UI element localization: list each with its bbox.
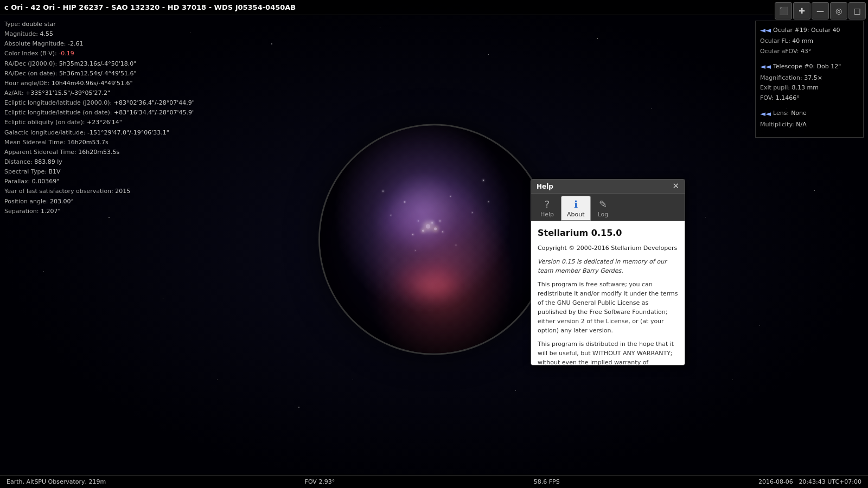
telescope-section: ◄◄ Telescope #0: Dob 12" Magnification: …	[760, 61, 859, 103]
title-bar: c Ori - 42 Ori - HIP 26237 - SAO 132320 …	[0, 0, 868, 15]
info-separation: Separation: 1.207"	[4, 207, 195, 216]
lens-name-row: ◄◄ Lens: None	[760, 108, 859, 120]
info-panel: Type: double star Magnitude: 4.55 Absolu…	[4, 20, 195, 216]
tab-about[interactable]: ℹ About	[561, 196, 591, 221]
exit-pupil-row: Exit pupil: 8.13 mm	[760, 83, 859, 93]
about-para1: This program is free software; you can r…	[538, 280, 678, 335]
info-spectral: Spectral Type: B1V	[4, 167, 195, 177]
telescope-name-row: ◄◄ Telescope #0: Dob 12"	[760, 61, 859, 73]
info-magnitude: Magnitude: 4.55	[4, 29, 195, 39]
info-parallax: Parallax: 0.00369"	[4, 177, 195, 187]
help-tab-icon: ?	[545, 198, 550, 210]
info-azalt: Az/Alt: +335°31'15.5"/-39°05'27.2"	[4, 88, 195, 98]
help-close-btn[interactable]: ✕	[672, 182, 679, 190]
status-fov: FOV 2.93°	[305, 478, 335, 485]
magnification-row: Magnification: 37.5×	[760, 73, 859, 84]
tab-log-label: Log	[598, 211, 609, 218]
help-tabs: ? Help ℹ About ✎ Log	[531, 194, 685, 221]
info-year-obs: Year of last satisfactory observation: 2…	[4, 187, 195, 196]
info-obliquity: Ecliptic obliquity (on date): +23°26'14"	[4, 118, 195, 127]
info-sidereal: Mean Sidereal Time: 16h20m53.7s	[4, 138, 195, 147]
info-distance: Distance: 883.89 ly	[4, 157, 195, 167]
info-abs-magnitude: Absolute Magnitude: -2.61	[4, 39, 195, 49]
lens-prev-btn[interactable]: ◄◄	[760, 108, 771, 120]
multiplicity-row: Multiplicity: N/A	[760, 120, 859, 130]
status-datetime: 2016-08-06 20:43:43 UTC+07:00	[758, 478, 861, 485]
tab-about-label: About	[567, 211, 585, 218]
status-bar: Earth, AltSPU Observatory, 219m FOV 2.93…	[0, 475, 868, 488]
ocular-panel: ◄◄ Ocular #19: Ocular 40 Ocular FL: 40 m…	[755, 21, 864, 138]
tab-help[interactable]: ? Help	[534, 196, 560, 221]
tab-log[interactable]: ✎ Log	[592, 196, 615, 221]
toolbar: ⬛ ✚ — ◎ □	[773, 0, 868, 22]
toolbar-btn-square[interactable]: ⬛	[775, 2, 792, 20]
ocular-fl-row: Ocular FL: 40 mm	[760, 36, 859, 47]
help-dialog-title: Help	[537, 183, 553, 190]
ocular-name: Ocular #19: Ocular 40	[773, 25, 840, 36]
fov-row: FOV: 1.1466°	[760, 93, 859, 104]
ocular-view	[320, 126, 548, 354]
ocular-name-row: ◄◄ Ocular #19: Ocular 40	[760, 24, 859, 36]
tab-help-label: Help	[540, 211, 554, 218]
telescope-prev-btn[interactable]: ◄◄	[760, 61, 771, 73]
about-copyright: Copyright © 2000-2016 Stellarium Develop…	[538, 243, 678, 253]
ocular-prev-btn[interactable]: ◄◄	[760, 24, 771, 36]
info-radec-date: RA/Dec (on date): 5h36m12.54s/-4°49'51.6…	[4, 69, 195, 79]
info-radec-j2000: RA/Dec (J2000.0): 5h35m23.16s/-4°50'18.0…	[4, 59, 195, 69]
object-title: c Ori - 42 Ori - HIP 26237 - SAO 132320 …	[4, 3, 296, 11]
help-dialog: Help ✕ ? Help ℹ About ✎ Log Stellarium 0…	[531, 179, 685, 365]
info-color-index: Color Index (B-V): -0.19	[4, 49, 195, 59]
about-para2: This program is distributed in the hope …	[538, 339, 678, 365]
log-tab-icon: ✎	[599, 198, 607, 210]
about-version-note: Version 0.15 is dedicated in memory of o…	[538, 257, 678, 275]
info-apparent-sidereal: Apparent Sidereal Time: 16h20m53.5s	[4, 147, 195, 157]
info-type: Type: double star	[4, 20, 195, 29]
ocular-afov-row: Ocular aFOV: 43°	[760, 47, 859, 57]
info-ecliptic-date: Ecliptic longitude/latitude (on date): +…	[4, 108, 195, 118]
about-tab-icon: ℹ	[574, 198, 578, 210]
ocular-section: ◄◄ Ocular #19: Ocular 40 Ocular FL: 40 m…	[760, 24, 859, 56]
toolbar-btn-minus[interactable]: —	[812, 2, 829, 20]
toolbar-btn-target[interactable]: ◎	[830, 2, 847, 20]
telescope-name: Telescope #0: Dob 12"	[773, 62, 841, 72]
info-galactic: Galactic longitude/latitude: -151°29'47.…	[4, 128, 195, 138]
status-location: Earth, AltSPU Observatory, 219m	[7, 478, 106, 485]
help-content[interactable]: Stellarium 0.15.0 Copyright © 2000-2016 …	[531, 221, 685, 365]
info-hour-angle: Hour angle/DE: 10h44m40.96s/-4°49'51.6"	[4, 79, 195, 88]
info-position-angle: Position angle: 203.00°	[4, 197, 195, 207]
toolbar-btn-plus[interactable]: ✚	[793, 2, 810, 20]
status-fps: 58.6 FPS	[534, 478, 560, 485]
toolbar-btn-window[interactable]: □	[848, 2, 866, 20]
lens-section: ◄◄ Lens: None Multiplicity: N/A	[760, 108, 859, 130]
about-heading: Stellarium 0.15.0	[538, 227, 678, 240]
help-title-bar: Help ✕	[531, 179, 685, 194]
info-ecliptic-j2000: Ecliptic longitude/latitude (J2000.0): +…	[4, 98, 195, 108]
